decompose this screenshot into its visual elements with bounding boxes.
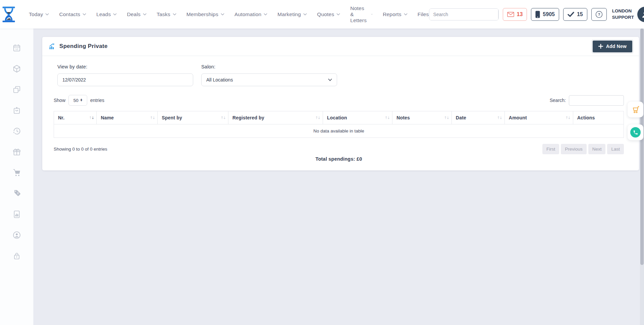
date-filter-label: View by date: [57, 64, 193, 69]
phone-icon [633, 130, 638, 135]
col-label: Location [327, 115, 347, 120]
salon-filter-label: Salon: [201, 64, 337, 69]
col-date[interactable]: Date↑↓ [451, 111, 504, 124]
chevron-down-icon [143, 13, 147, 15]
nav-label: Today [29, 11, 43, 17]
phone-circle [630, 127, 641, 138]
col-label: Actions [577, 115, 595, 120]
table-search-input[interactable] [569, 95, 624, 106]
cube-icon[interactable] [12, 64, 21, 73]
phone-count: 5905 [543, 11, 555, 17]
nav-item-automation[interactable]: Automation [234, 11, 267, 17]
col-label: Amount [509, 115, 527, 120]
copy-icon[interactable] [12, 85, 21, 94]
col-actions: Actions [573, 111, 624, 124]
search-icon [498, 11, 499, 17]
smartphone-icon [535, 11, 540, 18]
calendar-icon[interactable]: 12 [12, 44, 21, 52]
sort-icon: ↑↓ [565, 116, 570, 120]
col-name[interactable]: Name↑↓ [97, 111, 158, 124]
nav-item-files[interactable]: Files [418, 11, 429, 17]
user-icon [641, 10, 644, 19]
messages-badge[interactable]: 13 [503, 8, 527, 21]
nav-label: Marketing [277, 11, 301, 17]
page-title: Spending Private [59, 43, 108, 50]
help-badge[interactable]: ? [591, 8, 607, 21]
user-menu[interactable]: LONDON SUPPORT [612, 7, 644, 22]
table-controls: Show 50 ▲▼ entries Search: [42, 86, 639, 106]
gift-icon[interactable] [12, 148, 21, 156]
page-length-select[interactable]: 50 ▲▼ [68, 95, 87, 106]
history-icon[interactable] [12, 127, 21, 136]
user-name-line2: SUPPORT [612, 14, 634, 20]
nav-label: Quotes [317, 11, 334, 17]
nav-label: Notes & Letters [350, 5, 368, 23]
app-logo[interactable] [0, 6, 17, 23]
avatar[interactable] [637, 7, 644, 22]
salon-filter-select[interactable]: All Locations [201, 73, 337, 86]
nav-item-tasks[interactable]: Tasks [157, 11, 176, 17]
chevron-down-icon [45, 13, 49, 15]
cart-icon[interactable] [12, 168, 21, 177]
nav-item-deals[interactable]: Deals [127, 11, 147, 17]
spending-table: Nr.↑↓ Name↑↓ Spent by↑↓ Registered by↑↓ … [54, 111, 624, 138]
chevron-down-icon [336, 13, 340, 15]
lock-icon[interactable] [12, 252, 21, 260]
user-name: LONDON SUPPORT [612, 8, 634, 20]
floating-whatsapp-button[interactable] [628, 124, 643, 140]
sort-icon: ↑↓ [220, 116, 225, 120]
pagination-previous[interactable]: Previous [561, 144, 587, 154]
nav-item-quotes[interactable]: Quotes [317, 11, 340, 17]
nav-label: Memberships [186, 11, 218, 17]
pagination-first[interactable]: First [542, 144, 559, 154]
table-search-label: Search: [550, 98, 566, 103]
date-filter: View by date: [57, 64, 193, 86]
nav-item-memberships[interactable]: Memberships [186, 11, 224, 17]
nav-label: Files [418, 11, 429, 17]
phone-badge[interactable]: 5905 [531, 8, 559, 21]
col-nr[interactable]: Nr.↑↓ [54, 111, 97, 124]
main-nav: Today Contacts Leads Deals Tasks Members… [29, 5, 429, 23]
page-length-value: 50 [73, 98, 78, 103]
page-length-control: Show 50 ▲▼ entries [54, 95, 104, 106]
nav-item-marketing[interactable]: Marketing [277, 11, 307, 17]
chevron-down-icon [404, 13, 408, 15]
price-tag-icon[interactable]: $ [12, 189, 21, 198]
nav-item-today[interactable]: Today [29, 11, 49, 17]
col-notes[interactable]: Notes↑↓ [392, 111, 452, 124]
sort-icon: ↑↓ [150, 116, 155, 120]
global-search-input[interactable] [429, 9, 498, 20]
hourglass-logo-icon [0, 6, 17, 23]
plus-icon [598, 44, 603, 49]
support-user-icon[interactable] [12, 231, 21, 239]
date-filter-input[interactable] [57, 73, 193, 86]
table-wrap: Nr.↑↓ Name↑↓ Spent by↑↓ Registered by↑↓ … [42, 106, 639, 138]
table-info: Showing 0 to 0 of 0 entries [54, 147, 107, 152]
col-location[interactable]: Location↑↓ [323, 111, 392, 124]
scrollbar-thumb[interactable] [640, 29, 644, 265]
nav-item-notes-letters[interactable]: Notes & Letters [350, 5, 373, 23]
nav-item-contacts[interactable]: Contacts [59, 11, 86, 17]
chevron-down-icon [328, 78, 332, 81]
col-registered-by[interactable]: Registered by↑↓ [228, 111, 323, 124]
pagination-next[interactable]: Next [588, 144, 606, 154]
global-search-button[interactable] [498, 9, 499, 20]
user-name-line1: LONDON [612, 8, 634, 14]
nav-item-leads[interactable]: Leads [96, 11, 117, 17]
report-icon[interactable] [12, 210, 21, 219]
table-footer: Showing 0 to 0 of 0 entries First Previo… [42, 138, 639, 154]
spending-private-panel: Spending Private Add New View by date: S… [42, 37, 639, 170]
pagination-last[interactable]: Last [607, 144, 624, 154]
col-spent-by[interactable]: Spent by↑↓ [158, 111, 228, 124]
empty-row: No data available in table [54, 124, 624, 138]
col-label: Registered by [232, 115, 264, 120]
add-new-button[interactable]: Add New [593, 41, 632, 52]
chart-trending-icon [49, 43, 55, 50]
sort-icon: ↑↓ [315, 116, 320, 120]
tasks-badge[interactable]: 15 [563, 8, 587, 21]
empty-message: No data available in table [54, 124, 624, 138]
col-amount[interactable]: Amount↑↓ [504, 111, 573, 124]
nav-item-reports[interactable]: Reports [383, 11, 408, 17]
bag-icon[interactable] [12, 106, 21, 115]
floating-cart-button[interactable] [628, 102, 643, 117]
